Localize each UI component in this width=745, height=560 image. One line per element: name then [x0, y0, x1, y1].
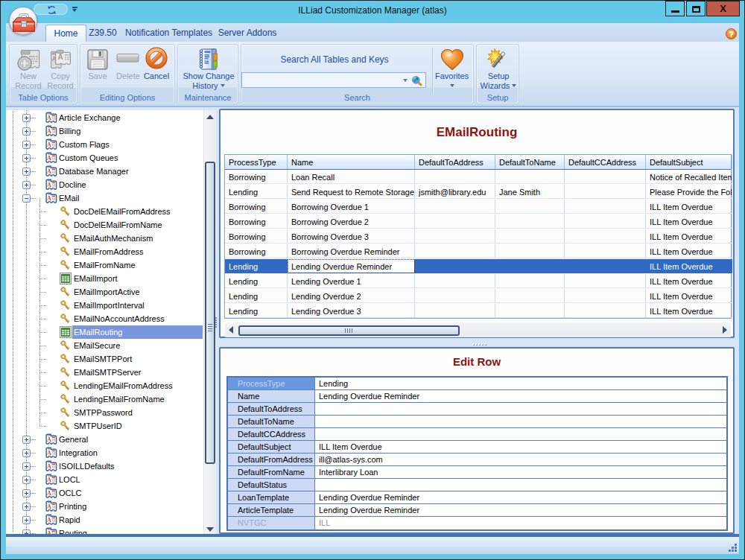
svg-text:A: A — [47, 463, 51, 470]
svg-text:A: A — [47, 436, 51, 443]
svg-text:A: A — [47, 168, 51, 175]
svg-text:A: A — [47, 490, 51, 497]
svg-text:A: A — [47, 141, 51, 148]
svg-text:A: A — [47, 503, 51, 510]
svg-text:A: A — [47, 450, 51, 456]
svg-text:A: A — [47, 195, 51, 202]
svg-text:A: A — [47, 517, 51, 524]
svg-text:A: A — [47, 115, 51, 121]
svg-text:A: A — [47, 155, 51, 162]
svg-text:A: A — [47, 182, 51, 188]
svg-text:A: A — [47, 128, 51, 135]
svg-text:A: A — [47, 477, 51, 483]
